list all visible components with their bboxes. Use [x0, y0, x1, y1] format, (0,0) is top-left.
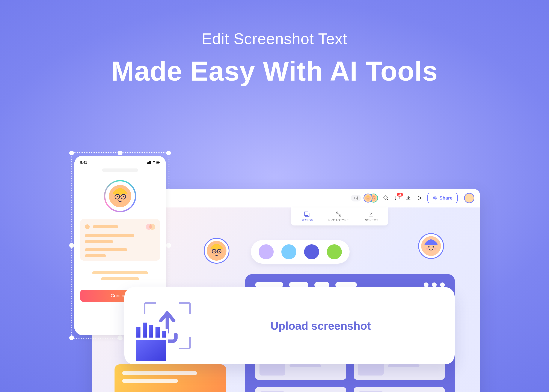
- window-dot: [432, 282, 437, 287]
- color-swatch-row: [251, 240, 349, 264]
- svg-rect-27: [148, 162, 149, 164]
- mastercard-icon: [146, 224, 155, 230]
- prototype-mode-icon: [336, 211, 342, 217]
- placeholder-line: [92, 271, 148, 274]
- resize-handle-tm[interactable]: [118, 151, 122, 155]
- svg-point-2: [368, 198, 369, 198]
- window-dot: [440, 282, 445, 287]
- svg-point-25: [434, 248, 436, 250]
- mode-inspect-label: INSPECT: [364, 218, 378, 222]
- panel-tab[interactable]: [289, 282, 308, 288]
- mode-prototype[interactable]: PROTOTYPE: [328, 211, 349, 222]
- current-user-avatar[interactable]: [464, 193, 474, 203]
- resize-handle-tr[interactable]: [166, 151, 171, 155]
- svg-rect-26: [147, 162, 148, 164]
- mode-prototype-label: PROTOTYPE: [328, 218, 349, 222]
- svg-point-5: [374, 198, 374, 198]
- panel-tab[interactable]: [314, 282, 329, 288]
- download-icon[interactable]: [405, 195, 412, 201]
- comments-icon[interactable]: 18: [394, 195, 400, 201]
- share-button[interactable]: Share: [428, 193, 458, 203]
- svg-point-22: [428, 246, 429, 248]
- headline-line1: Edit Screenshot Text: [0, 30, 549, 48]
- swatch-3[interactable]: [304, 244, 319, 259]
- placeholder-line: [93, 225, 118, 228]
- window-dot: [424, 282, 428, 287]
- mode-switcher: DESIGN PROTOTYPE INSPECT: [291, 208, 388, 225]
- swatch-1[interactable]: [259, 244, 274, 259]
- panel-tab[interactable]: [335, 282, 357, 288]
- placeholder-line: [102, 168, 138, 172]
- svg-rect-29: [150, 161, 151, 164]
- svg-point-23: [433, 246, 434, 248]
- profile-avatar: [105, 181, 135, 211]
- payment-card-preview: [80, 219, 160, 261]
- svg-point-38: [117, 196, 118, 197]
- inspect-mode-icon: [368, 211, 374, 217]
- search-icon[interactable]: [383, 195, 389, 201]
- mode-design[interactable]: DESIGN: [301, 211, 314, 222]
- svg-rect-46: [135, 339, 167, 362]
- svg-point-15: [207, 241, 227, 261]
- placeholder-line: [122, 379, 178, 383]
- share-label: Share: [439, 195, 452, 201]
- preview-tabs: [255, 282, 445, 288]
- floating-avatar-left: [204, 238, 229, 264]
- svg-point-24: [426, 248, 428, 250]
- resize-handle-mr[interactable]: [166, 243, 171, 248]
- placeholder-line: [85, 234, 134, 237]
- mode-inspect[interactable]: INSPECT: [364, 211, 378, 222]
- swatch-2[interactable]: [281, 244, 296, 259]
- upload-label: Upload screenshot: [206, 319, 435, 332]
- svg-point-9: [433, 197, 435, 198]
- text-placeholder-block: [80, 268, 160, 283]
- phone-status-icons: [147, 161, 160, 165]
- accent-card: [114, 364, 226, 392]
- collaborator-avatar-1[interactable]: [364, 194, 372, 203]
- cursor-hand-icon: [127, 317, 176, 366]
- placeholder-line: [85, 254, 106, 257]
- resize-handle-ml[interactable]: [69, 243, 74, 248]
- placeholder-line: [85, 240, 113, 243]
- notification-badge: 18: [397, 193, 403, 196]
- mode-design-label: DESIGN: [301, 218, 314, 222]
- svg-point-20: [219, 251, 220, 252]
- svg-rect-33: [159, 162, 160, 163]
- svg-line-7: [387, 199, 388, 200]
- svg-point-1: [367, 198, 368, 198]
- placeholder-line: [85, 248, 127, 251]
- design-mode-icon: [304, 211, 310, 217]
- placeholder-line: [122, 371, 197, 375]
- resize-handle-bm[interactable]: [118, 336, 122, 340]
- svg-point-6: [384, 196, 387, 199]
- profile-avatar-ring: [104, 180, 136, 212]
- svg-marker-8: [418, 196, 421, 200]
- content-card[interactable]: [354, 387, 445, 392]
- svg-point-19: [214, 251, 215, 252]
- phone-statusbar: 9:41: [80, 161, 160, 165]
- svg-rect-32: [157, 161, 159, 163]
- resize-handle-bl[interactable]: [69, 336, 74, 340]
- placeholder-line: [101, 277, 139, 280]
- content-card[interactable]: [255, 387, 346, 392]
- collaborator-overflow-count[interactable]: +4: [351, 195, 361, 202]
- play-icon[interactable]: [416, 195, 423, 201]
- swatch-4[interactable]: [327, 244, 342, 259]
- svg-point-21: [421, 236, 441, 256]
- panel-tab[interactable]: [255, 282, 283, 288]
- resize-handle-tl[interactable]: [69, 151, 74, 155]
- headline: Edit Screenshot Text Made Easy With AI T…: [0, 30, 549, 87]
- svg-point-10: [435, 197, 436, 198]
- window-dots: [424, 282, 445, 287]
- promo-stage: Edit Screenshot Text Made Easy With AI T…: [0, 0, 549, 392]
- svg-point-4: [372, 198, 373, 198]
- placeholder-dot: [85, 224, 90, 229]
- people-icon: [433, 196, 437, 200]
- svg-rect-28: [149, 161, 150, 164]
- svg-rect-11: [305, 212, 308, 215]
- svg-point-39: [123, 196, 124, 197]
- phone-time: 9:41: [80, 161, 87, 165]
- topbar-actions: +4 18: [351, 193, 474, 203]
- svg-point-30: [154, 162, 154, 163]
- headline-line2: Made Easy With AI Tools: [0, 55, 549, 87]
